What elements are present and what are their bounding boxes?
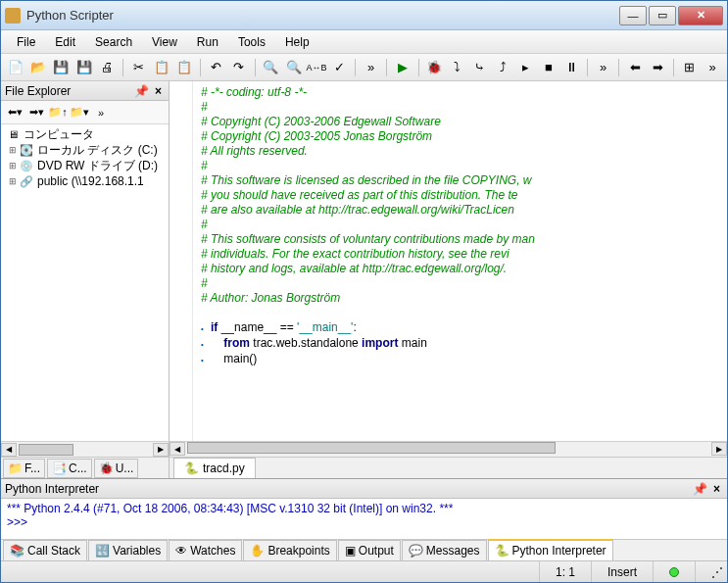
expand-icon[interactable]: ⊞ (7, 145, 19, 155)
panel-close-icon[interactable]: × (152, 84, 165, 98)
pin-icon[interactable]: 📌 (690, 482, 710, 496)
copy-icon[interactable]: 📋 (151, 57, 171, 78)
tree-root-label: コンピュータ (24, 126, 94, 143)
overflow-icon[interactable]: » (702, 57, 722, 78)
menu-edit[interactable]: Edit (47, 32, 83, 52)
tab-code-explorer[interactable]: 📑C... (47, 459, 92, 478)
tab-unit-tests[interactable]: 🐞U... (94, 459, 139, 478)
tree-item[interactable]: ⊞ 💿 DVD RW ドライブ (D:) (3, 158, 167, 173)
led-icon (669, 567, 679, 577)
breakpoint-icon: ✋ (250, 544, 265, 558)
separator (587, 59, 588, 76)
open-file-icon[interactable]: 📂 (27, 57, 48, 78)
separator (673, 59, 674, 76)
find-icon[interactable]: 🔍 (261, 57, 281, 78)
file-explorer-title: File Explorer (5, 84, 131, 98)
interpreter-title: Python Interpreter (5, 482, 690, 496)
editor-tab[interactable]: 🐍 tracd.py (173, 458, 256, 478)
step-out-icon[interactable]: ⤴ (493, 57, 513, 78)
scroll-left-icon[interactable]: ◀ (170, 442, 185, 456)
file-tree[interactable]: 🖥 コンピュータ ⊞ 💽 ローカル ディスク (C:) ⊞ 💿 DVD RW ド… (1, 124, 169, 441)
code-editor-wrap: # -*- coding: utf-8 -*-## Copyright (C) … (170, 81, 727, 441)
separator (618, 59, 619, 76)
tab-call-stack[interactable]: 📚Call Stack (3, 540, 87, 561)
paste-icon[interactable]: 📋 (173, 57, 194, 78)
cut-icon[interactable]: ✂ (128, 57, 149, 78)
menu-search[interactable]: Search (87, 32, 140, 52)
editor-area: # -*- coding: utf-8 -*-## Copyright (C) … (170, 81, 727, 478)
file-explorer-header: File Explorer 📌 × (1, 81, 169, 101)
undo-icon[interactable]: ↶ (206, 57, 226, 78)
titlebar[interactable]: Python Scripter — ▭ ✕ (1, 1, 727, 30)
interpreter-prompt: >>> (7, 515, 721, 529)
step-over-icon[interactable]: ⤵ (447, 57, 467, 78)
nav-up-icon[interactable]: 📁↑ (48, 104, 68, 121)
code-editor[interactable]: # -*- coding: utf-8 -*-## Copyright (C) … (193, 81, 727, 441)
overflow-icon[interactable]: » (91, 104, 111, 121)
syntax-check-icon[interactable]: ✓ (329, 57, 350, 78)
scroll-thumb[interactable] (19, 444, 73, 456)
step-into-icon[interactable]: ⤷ (469, 57, 490, 78)
tree-item[interactable]: ⊞ 🔗 public (\\192.168.1.1 (3, 173, 167, 189)
overflow-icon[interactable]: » (593, 57, 613, 78)
print-icon[interactable]: 🖨 (96, 57, 117, 78)
tree-root[interactable]: 🖥 コンピュータ (3, 126, 167, 142)
nav-fwd-icon[interactable]: ➡▾ (26, 104, 46, 121)
explorer-scrollbar[interactable]: ◀ ▶ (1, 441, 169, 457)
tab-python-interpreter[interactable]: 🐍Python Interpreter (488, 539, 613, 561)
replace-icon[interactable]: A↔B (306, 57, 326, 78)
expand-icon[interactable]: ⊞ (7, 161, 19, 170)
tree-item[interactable]: ⊞ 💽 ローカル ディスク (C:) (3, 142, 167, 158)
nav-back-icon[interactable]: ⬅▾ (5, 104, 24, 121)
tab-messages[interactable]: 💬Messages (402, 540, 487, 561)
interpreter-console[interactable]: *** Python 2.4.4 (#71, Oct 18 2006, 08:3… (1, 499, 727, 539)
status-position: 1: 1 (539, 561, 591, 582)
scroll-right-icon[interactable]: ▶ (711, 442, 727, 456)
close-button[interactable]: ✕ (678, 6, 723, 25)
pause-icon[interactable]: ⏸ (561, 57, 582, 78)
main-toolbar: 📄 📂 💾 💾 🖨 ✂ 📋 📋 ↶ ↷ 🔍 🔍 A↔B ✓ » ▶ 🐞 ⤵ ⤷ … (1, 54, 727, 81)
redo-icon[interactable]: ↷ (228, 57, 249, 78)
tab-file-explorer[interactable]: 📁F... (3, 459, 45, 478)
overflow-icon[interactable]: » (361, 57, 381, 78)
tab-breakpoints[interactable]: ✋Breakpoints (243, 540, 336, 561)
menu-tools[interactable]: Tools (230, 32, 273, 52)
panel-close-icon[interactable]: × (710, 482, 723, 496)
pin-icon[interactable]: 📌 (131, 84, 152, 98)
layout-icon[interactable]: ⊞ (679, 57, 700, 78)
nav-back-icon[interactable]: ⬅ (624, 57, 645, 78)
save-icon[interactable]: 💾 (51, 57, 72, 78)
expand-icon[interactable]: ⊞ (7, 176, 19, 186)
folder-icon: 📁 (8, 462, 23, 475)
separator (355, 59, 356, 76)
run-icon[interactable]: ▶ (392, 57, 413, 78)
tab-variables[interactable]: 🔣Variables (88, 540, 168, 561)
statusbar: 1: 1 Insert ⋰ (1, 560, 727, 582)
resize-grip[interactable]: ⋰ (695, 561, 727, 582)
save-all-icon[interactable]: 💾 (73, 57, 94, 78)
nav-fwd-icon[interactable]: ➡ (648, 57, 668, 78)
tab-watches[interactable]: 👁Watches (169, 540, 242, 561)
editor-scrollbar[interactable]: ◀ ▶ (170, 441, 727, 457)
status-led (653, 561, 695, 582)
find-next-icon[interactable]: 🔍 (283, 57, 304, 78)
debug-icon[interactable]: 🐞 (424, 57, 445, 78)
tree-item-label: ローカル ディスク (C:) (37, 142, 158, 159)
folder-icon[interactable]: 📁▾ (70, 104, 89, 121)
menu-run[interactable]: Run (189, 32, 226, 52)
scroll-left-icon[interactable]: ◀ (1, 443, 17, 457)
menu-file[interactable]: File (9, 32, 43, 52)
minimize-button[interactable]: — (619, 6, 647, 25)
stop-icon[interactable]: ■ (538, 57, 558, 78)
variables-icon: 🔣 (95, 544, 110, 558)
tree-item-label: DVD RW ドライブ (D:) (37, 158, 158, 174)
scroll-thumb[interactable] (187, 442, 556, 454)
run-to-cursor-icon[interactable]: ▸ (515, 57, 536, 78)
tab-output[interactable]: ▣Output (338, 540, 401, 561)
scroll-right-icon[interactable]: ▶ (153, 443, 169, 457)
maximize-button[interactable]: ▭ (649, 6, 676, 25)
new-file-icon[interactable]: 📄 (5, 57, 25, 78)
menubar: File Edit Search View Run Tools Help (1, 30, 727, 54)
menu-help[interactable]: Help (277, 32, 317, 52)
menu-view[interactable]: View (144, 32, 185, 52)
